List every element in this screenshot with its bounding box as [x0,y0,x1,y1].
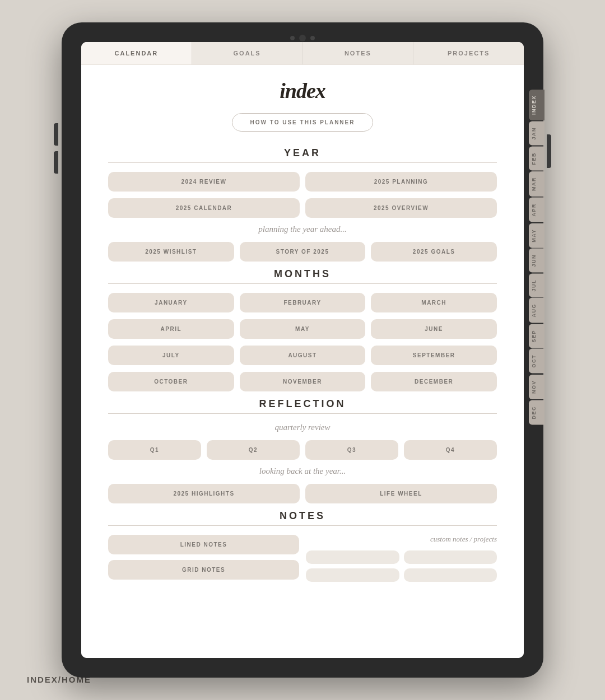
months-row3: JULY AUGUST SEPTEMBER [108,346,497,365]
top-tabs: CALENDAR GOALS NOTES PROJECTS [81,42,524,65]
year-row2: 2025 CALENDAR 2025 OVERVIEW [108,198,497,218]
camera-dot-right [310,36,315,40]
side-tab-jun[interactable]: JUN [529,249,544,273]
btn-may[interactable]: MAY [240,319,366,339]
btn-october[interactable]: OCTOBER [108,372,234,391]
notes-grid: LINED NOTES GRID NOTES custom notes / pr… [108,535,497,582]
months-section-header: MONTHS [108,268,497,280]
btn-custom-1[interactable] [306,550,399,564]
btn-2025-planning[interactable]: 2025 PLANNING [305,172,497,192]
tab-goals[interactable]: GOALS [192,42,303,64]
volume-up-btn[interactable] [54,123,58,146]
btn-april[interactable]: APRIL [108,319,234,339]
btn-2025-overview[interactable]: 2025 OVERVIEW [305,198,497,218]
year-section-header: YEAR [108,147,497,159]
power-btn[interactable] [547,134,551,168]
side-tab-jan[interactable]: JAN [529,122,544,146]
tab-notes[interactable]: NOTES [303,42,414,64]
btn-january[interactable]: JANUARY [108,293,234,312]
btn-2025-calendar[interactable]: 2025 CALENDAR [108,198,300,218]
camera-dot-main [299,35,306,41]
btn-custom-3[interactable] [306,568,399,582]
btn-q4[interactable]: Q4 [404,440,497,460]
reflection-divider [108,413,497,414]
custom-notes-btns [306,550,497,582]
side-tab-mar[interactable]: MAR [529,171,544,197]
side-tab-aug[interactable]: AUG [529,298,544,323]
side-tabs: INDEX JAN FEB MAR APR MAY JUN JUL AUG SE… [529,90,544,426]
btn-q2[interactable]: Q2 [207,440,300,460]
side-tab-oct[interactable]: OCT [529,349,544,374]
year-row3: 2025 WISHLIST STORY OF 2025 2025 GOALS [108,242,497,262]
side-tab-index[interactable]: INDEX [529,90,544,120]
btn-november[interactable]: NOVEMBER [240,372,366,391]
side-tab-dec[interactable]: DEC [529,400,544,425]
year-script-text: planning the year ahead... [108,225,497,234]
looking-back-text: looking back at the year... [108,466,497,476]
btn-july[interactable]: JULY [108,346,234,365]
months-row4: OCTOBER NOVEMBER DECEMBER [108,372,497,391]
btn-august[interactable]: AUGUST [240,346,366,365]
tablet: INDEX JAN FEB MAR APR MAY JUN JUL AUG SE… [62,22,543,678]
screen: CALENDAR GOALS NOTES PROJECTS index HOW … [81,42,524,658]
side-tab-apr[interactable]: APR [529,198,544,222]
notes-divider [108,525,497,526]
months-row1: JANUARY FEBRUARY MARCH [108,293,497,312]
btn-2024-review[interactable]: 2024 REVIEW [108,172,300,192]
btn-june[interactable]: JUNE [371,319,497,339]
btn-december[interactable]: DECEMBER [371,372,497,391]
btn-grid-notes[interactable]: GRID NOTES [108,560,299,580]
custom-notes-label: custom notes / projects [306,535,497,544]
btn-2025-goals[interactable]: 2025 GOALS [371,242,497,262]
how-to-use-button[interactable]: HOW TO USE THIS PLANNER [232,113,374,132]
btn-custom-4[interactable] [404,568,497,582]
btn-custom-2[interactable] [404,550,497,564]
camera-area [290,35,315,41]
camera-dot-left [290,36,295,40]
months-divider [108,283,497,284]
side-tab-feb[interactable]: FEB [529,147,544,171]
btn-life-wheel[interactable]: LIFE WHEEL [305,484,497,503]
year-divider [108,162,497,163]
months-row2: APRIL MAY JUNE [108,319,497,339]
reflection-section-header: REFLECTION [108,398,497,410]
notes-right: custom notes / projects [306,535,497,582]
quarters-row: Q1 Q2 Q3 Q4 [108,440,497,460]
content-area: index HOW TO USE THIS PLANNER YEAR 2024 … [81,65,524,658]
btn-september[interactable]: SEPTEMBER [371,346,497,365]
page-title: index [108,78,497,103]
year-row1: 2024 REVIEW 2025 PLANNING [108,172,497,192]
tab-calendar[interactable]: CALENDAR [81,42,192,64]
side-tab-sep[interactable]: SEP [529,324,544,348]
btn-march[interactable]: MARCH [371,293,497,312]
btn-february[interactable]: FEBRUARY [240,293,366,312]
btn-2025-wishlist[interactable]: 2025 WISHLIST [108,242,234,262]
tab-projects[interactable]: PROJECTS [413,42,524,64]
btn-q3[interactable]: Q3 [305,440,398,460]
btn-lined-notes[interactable]: LINED NOTES [108,535,299,554]
volume-down-btn[interactable] [54,151,58,174]
side-tab-nov[interactable]: NOV [529,375,544,399]
side-tab-jul[interactable]: JUL [529,274,544,297]
quarterly-review-text: quarterly review [108,423,497,432]
btn-2025-highlights[interactable]: 2025 HIGHLIGHTS [108,484,300,503]
btn-q1[interactable]: Q1 [108,440,201,460]
notes-section-header: NOTES [108,510,497,522]
side-tab-may[interactable]: MAY [529,223,544,248]
reflection-row: 2025 HIGHLIGHTS LIFE WHEEL [108,484,497,503]
notes-left: LINED NOTES GRID NOTES [108,535,299,582]
btn-story-of-2025[interactable]: STORY OF 2025 [240,242,366,262]
